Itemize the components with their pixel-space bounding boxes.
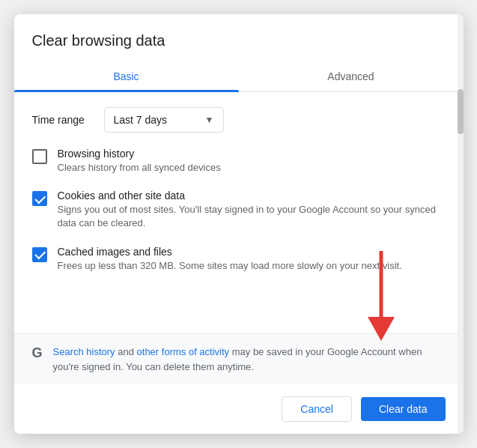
time-range-value: Last 7 days <box>114 114 168 126</box>
google-g-icon: G <box>32 345 43 361</box>
info-banner-text: Search history and other forms of activi… <box>53 345 446 374</box>
time-range-select[interactable]: Last 7 days ▼ <box>104 107 224 133</box>
clear-data-button[interactable]: Clear data <box>361 397 446 421</box>
dialog-title: Clear browsing data <box>14 14 464 49</box>
browsing-history-desc: Clears history from all synced devices <box>58 161 446 175</box>
dialog-footer: Cancel Clear data <box>14 384 464 434</box>
tab-basic[interactable]: Basic <box>14 61 239 91</box>
cookies-text: Cookies and other site data Signs you ou… <box>58 190 446 230</box>
tabs-container: Basic Advanced <box>14 61 464 92</box>
cached-checkbox[interactable] <box>32 247 47 262</box>
browsing-history-checkbox[interactable] <box>32 149 47 164</box>
cookies-label: Cookies and other site data <box>58 190 446 202</box>
dialog-body: Time range Last 7 days ▼ Browsing histor… <box>14 92 464 330</box>
info-banner: G Search history and other forms of acti… <box>14 333 464 384</box>
cookies-checkbox[interactable] <box>32 191 47 206</box>
tab-advanced[interactable]: Advanced <box>239 61 464 91</box>
info-text-and: and <box>118 346 136 357</box>
clear-browsing-data-dialog: Clear browsing data Basic Advanced Time … <box>14 14 464 434</box>
cached-desc: Frees up less than 320 MB. Some sites ma… <box>58 259 446 273</box>
cookies-desc: Signs you out of most sites. You'll stay… <box>58 203 446 230</box>
cancel-button[interactable]: Cancel <box>282 396 352 422</box>
other-activity-link[interactable]: other forms of activity <box>137 346 230 357</box>
cached-text: Cached images and files Frees up less th… <box>58 246 446 273</box>
browsing-history-label: Browsing history <box>58 148 446 160</box>
cookies-item: Cookies and other site data Signs you ou… <box>32 190 446 230</box>
cached-label: Cached images and files <box>58 246 446 258</box>
search-history-link[interactable]: Search history <box>53 346 115 357</box>
scrollbar-thumb[interactable] <box>458 89 464 134</box>
browsing-history-item: Browsing history Clears history from all… <box>32 148 446 175</box>
browsing-history-checkbox-wrap <box>32 149 47 164</box>
cached-item: Cached images and files Frees up less th… <box>32 246 446 273</box>
browsing-history-text: Browsing history Clears history from all… <box>58 148 446 175</box>
time-range-row: Time range Last 7 days ▼ <box>32 107 446 133</box>
time-range-label: Time range <box>32 114 92 126</box>
dropdown-arrow-icon: ▼ <box>205 115 214 125</box>
cookies-checkbox-wrap <box>32 191 47 206</box>
cached-checkbox-wrap <box>32 247 47 262</box>
